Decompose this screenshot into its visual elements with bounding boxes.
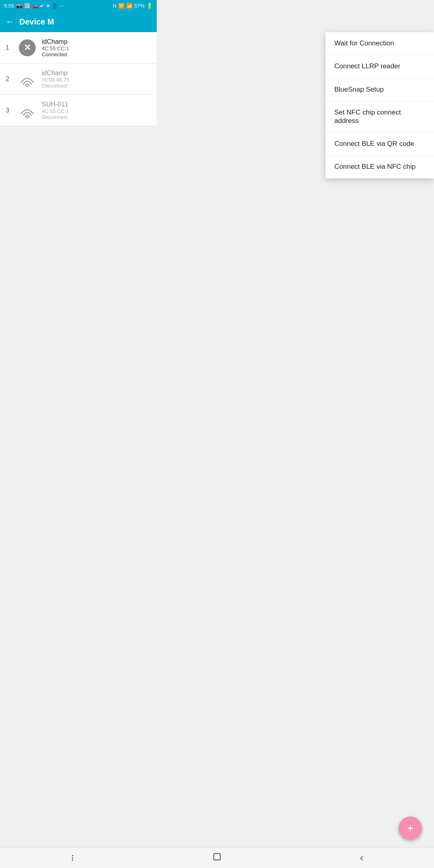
dropdown-overlay[interactable]: Wait for Connection Connect LLRP reader … xyxy=(0,0,157,335)
